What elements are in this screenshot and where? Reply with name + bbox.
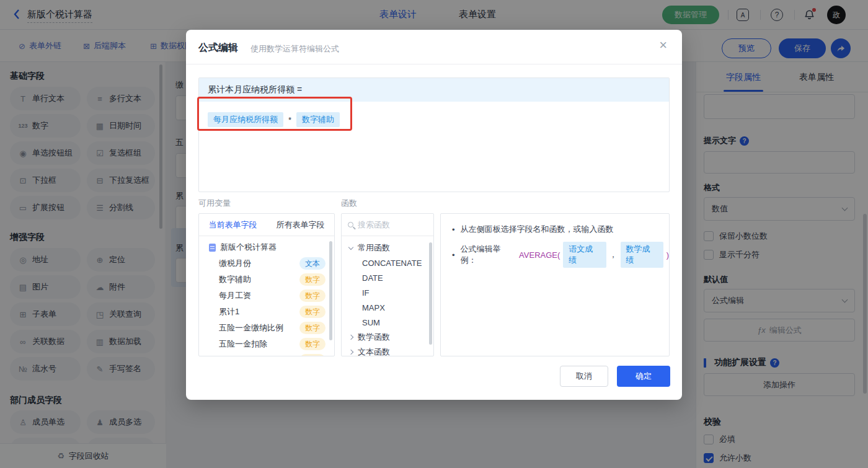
hint-line: • 从左侧面板选择字段名和函数，或输入函数 [441,224,669,235]
function-item[interactable]: MAPX [342,300,433,315]
function-item[interactable]: DATE [342,270,433,285]
function-group-math[interactable]: 数学函数 [342,330,433,345]
type-badge: 数字 [299,338,326,350]
form-name: 新版个税计算器 [220,242,326,253]
functions-scrollbar[interactable] [429,242,432,345]
function-item[interactable]: CONCATENATE [342,255,433,270]
example-prefix: 公式编辑举例： [461,244,516,266]
type-badge: 数字 [299,273,326,286]
type-badge: 文本 [299,257,326,270]
formula-edit-modal: 公式编辑 使用数学运算符编辑公式 × 累计本月应纳税所得额 = 每月应纳税所得额… [186,30,682,400]
function-group-label: 常用函数 [358,242,390,254]
search-icon [348,222,353,227]
variable-name: 五险一金缴纳比例 [219,322,299,333]
variable-row[interactable]: 数字 [199,352,334,356]
example-field-chip: 语文成绩 [563,242,606,268]
modal-title: 公式编辑 [198,42,238,55]
functions-label: 函数 [341,198,357,209]
close-icon[interactable]: × [659,38,667,52]
hint-example: 公式编辑举例：AVERAGE( 语文成绩 ， 数学成绩 ) [461,242,669,268]
variables-tabs: 当前表单字段 所有表单字段 [199,214,334,236]
cancel-button[interactable]: 取消 [560,366,608,387]
bullet: • [452,225,455,234]
formula-operator: * [288,115,291,125]
variable-name: 数字辅助 [219,274,299,285]
formula-editor[interactable]: 累计本月应纳税所得额 = 每月应纳税所得额 * 数字辅助 [198,77,670,192]
formula-expression: 每月应纳税所得额 * 数字辅助 [199,102,669,138]
type-badge: 数字 [299,354,326,356]
bullet: • [452,250,455,260]
formula-field-chip[interactable]: 每月应纳税所得额 [208,112,283,127]
type-badge: 数字 [299,306,326,318]
hints-panel: • 从左侧面板选择字段名和函数，或输入函数 • 公式编辑举例：AVERAGE( … [440,213,670,356]
variable-row[interactable]: 每月工资数字 [199,288,334,304]
tab-all-form-fields[interactable]: 所有表单字段 [267,214,334,236]
confirm-button[interactable]: 确定 [617,366,670,387]
variable-row[interactable]: 数字辅助数字 [199,272,334,288]
variable-row[interactable]: 累计1数字 [199,304,334,320]
variable-row[interactable]: 五险一金缴纳比例数字 [199,320,334,336]
variable-name: 五险一金扣除 [219,338,299,350]
tab-current-form-fields[interactable]: 当前表单字段 [199,214,267,236]
modal-subtitle: 使用数学运算符编辑公式 [250,43,339,55]
function-group-label: 数学函数 [358,332,390,343]
example-comma: ， [609,249,618,260]
variable-name: 缴税月份 [219,258,299,269]
variable-name: 每月工资 [219,290,299,301]
example-function-open: AVERAGE( [519,250,560,260]
function-group-text[interactable]: 文本函数 [342,345,433,356]
variables-scrollbar[interactable] [329,241,332,340]
function-group-common[interactable]: 常用函数 [342,241,433,255]
variables-label: 可用变量 [198,198,231,209]
variables-form-node[interactable]: 新版个税计算器 [199,239,334,255]
functions-panel: 常用函数 CONCATENATE DATE IF MAPX SUM 数学函数 文… [341,213,434,356]
chevron-right-icon [348,350,353,355]
chevron-right-icon [348,335,353,340]
function-group-label: 文本函数 [358,347,390,356]
function-item[interactable]: SUM [342,315,433,330]
hint-example-line: • 公式编辑举例：AVERAGE( 语文成绩 ， 数学成绩 ) [441,242,669,268]
example-function-close: ) [666,250,669,260]
divider [186,64,682,64]
function-search-input[interactable] [358,220,420,229]
hint-text: 从左侧面板选择字段名和函数，或输入函数 [461,224,614,235]
example-field-chip: 数学成绩 [621,242,663,268]
type-badge: 数字 [299,322,326,334]
function-search [342,214,433,236]
chevron-down-icon [348,244,353,249]
function-item[interactable]: IF [342,285,433,300]
formula-field-chip[interactable]: 数字辅助 [296,112,340,127]
variable-row[interactable]: 五险一金扣除数字 [199,336,334,352]
form-doc-icon [209,244,216,252]
formula-target: 累计本月应纳税所得额 = [199,78,669,102]
variables-panel: 当前表单字段 所有表单字段 新版个税计算器 缴税月份文本 数字辅助数字 每月工资… [198,213,335,356]
variable-row[interactable]: 缴税月份文本 [199,255,334,272]
type-badge: 数字 [299,289,326,302]
variable-name: 累计1 [219,306,299,317]
